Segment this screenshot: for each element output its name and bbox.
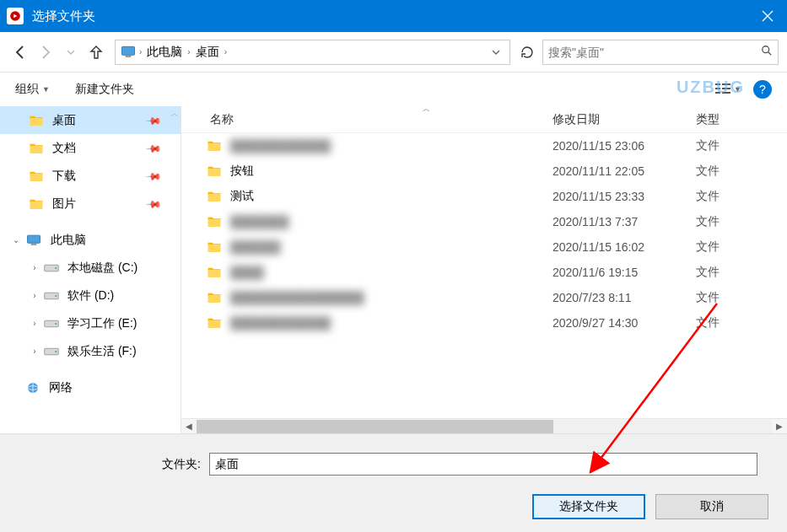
sidebar-item-label: 文档: [47, 141, 76, 156]
file-row[interactable]: ███████2020/11/13 7:37文件: [181, 209, 787, 234]
sidebar-thispc[interactable]: ⌄ 此电脑: [0, 226, 181, 254]
sidebar-item-label: 学习工作 (E:): [62, 316, 137, 331]
svg-point-16: [55, 266, 57, 268]
sidebar: ︿ 桌面📌文档📌下载📌图片📌 ⌄ 此电脑 ›本地磁盘 (C:)›软件 (D:)›…: [0, 106, 181, 433]
sidebar-item-label: 娱乐生活 (F:): [62, 344, 137, 359]
pin-icon: 📌: [145, 139, 163, 157]
svg-line-6: [768, 51, 772, 55]
footer: 文件夹: 选择文件夹 取消: [0, 433, 787, 532]
chevron-right-icon: ›: [223, 47, 229, 56]
pc-icon: [119, 43, 137, 62]
sidebar-drive-item[interactable]: ›学习工作 (E:): [0, 309, 181, 337]
sidebar-network[interactable]: 网络: [0, 373, 181, 401]
file-type: 文件: [696, 239, 787, 255]
select-folder-button[interactable]: 选择文件夹: [532, 494, 645, 519]
column-headers: 名称 修改日期 类型: [181, 106, 787, 133]
file-row[interactable]: ████2020/11/6 19:15文件: [181, 260, 787, 285]
breadcrumb-thispc[interactable]: 此电脑: [143, 45, 186, 60]
file-name: 测试: [230, 189, 254, 204]
scrollbar-track[interactable]: [197, 420, 772, 433]
file-type: 文件: [696, 214, 787, 229]
new-folder-button[interactable]: 新建文件夹: [75, 82, 134, 97]
file-date: 2020/11/11 22:05: [553, 164, 696, 178]
sidebar-drive-item[interactable]: ›软件 (D:): [0, 282, 181, 309]
chevron-right-icon[interactable]: ›: [29, 291, 40, 300]
scroll-right-icon[interactable]: ▶: [772, 422, 787, 431]
up-button[interactable]: [84, 40, 108, 64]
file-row[interactable]: 按钮2020/11/11 22:05文件: [181, 159, 787, 184]
file-name: ████: [230, 266, 264, 279]
sidebar-item-label: 下载: [47, 169, 76, 184]
chevron-right-icon[interactable]: ›: [29, 263, 40, 272]
file-type: 文件: [696, 315, 787, 330]
chevron-down-icon[interactable]: ⌄: [10, 235, 22, 245]
help-button[interactable]: ?: [753, 80, 772, 99]
file-type: 文件: [696, 164, 787, 179]
svg-point-5: [763, 46, 769, 52]
column-date[interactable]: 修改日期: [553, 112, 696, 127]
search-input[interactable]: [548, 46, 761, 59]
scroll-up-icon[interactable]: ︿: [170, 108, 179, 120]
file-date: 2020/11/15 23:06: [553, 139, 696, 153]
refresh-button[interactable]: [517, 40, 537, 64]
column-name[interactable]: 名称: [181, 112, 553, 127]
app-icon: [7, 8, 24, 24]
titlebar: 选择文件夹: [0, 0, 787, 32]
scrollbar-thumb[interactable]: [197, 420, 553, 433]
file-date: 2020/9/27 14:30: [553, 316, 696, 330]
horizontal-scrollbar[interactable]: ◀ ▶: [181, 418, 787, 433]
back-button[interactable]: [8, 40, 32, 64]
pc-icon: [25, 232, 42, 249]
scroll-left-icon[interactable]: ◀: [181, 422, 197, 431]
sidebar-item-label: 此电脑: [46, 233, 86, 248]
file-row[interactable]: ████████████2020/11/15 23:06文件: [181, 133, 787, 159]
file-type: 文件: [696, 189, 787, 204]
network-icon: [25, 380, 40, 395]
sidebar-quick-item[interactable]: 下载📌: [0, 162, 181, 190]
file-type: 文件: [696, 290, 787, 305]
file-date: 2020/11/13 7:37: [553, 215, 696, 228]
svg-rect-3: [122, 46, 135, 55]
chevron-right-icon[interactable]: ›: [29, 347, 40, 356]
file-row[interactable]: ████████████2020/9/27 14:30文件: [181, 310, 787, 336]
sidebar-drive-item[interactable]: ›娱乐生活 (F:): [0, 337, 181, 365]
sidebar-quick-item[interactable]: 图片📌: [0, 190, 181, 218]
file-name: ████████████████: [230, 291, 364, 304]
sidebar-drive-item[interactable]: ›本地磁盘 (C:): [0, 254, 181, 282]
button-row: 选择文件夹 取消: [15, 494, 772, 519]
address-bar[interactable]: › 此电脑 › 桌面 ›: [115, 40, 510, 65]
folder-input-row: 文件夹:: [15, 453, 772, 476]
folder-name-input[interactable]: [209, 453, 757, 476]
folder-label: 文件夹:: [133, 457, 209, 472]
sidebar-item-label: 图片: [47, 196, 76, 212]
svg-point-20: [55, 322, 57, 324]
cancel-button[interactable]: 取消: [655, 494, 768, 519]
close-button[interactable]: [748, 0, 787, 32]
file-row[interactable]: ████████████████2020/7/23 8:11文件: [181, 285, 787, 310]
chevron-down-icon: ▼: [42, 85, 50, 94]
pin-icon: 📌: [145, 111, 163, 129]
search-icon[interactable]: [761, 45, 773, 60]
breadcrumb-desktop[interactable]: 桌面: [192, 45, 223, 60]
file-date: 2020/11/15 23:33: [553, 190, 696, 203]
svg-rect-14: [31, 244, 37, 245]
file-row[interactable]: ██████2020/11/15 16:02文件: [181, 234, 787, 260]
chevron-right-icon[interactable]: ›: [29, 319, 40, 328]
chevron-right-icon: ›: [186, 47, 191, 56]
forward-button[interactable]: [34, 40, 57, 64]
recent-dropdown[interactable]: [59, 40, 83, 64]
file-pane: ︿ 名称 修改日期 类型 ████████████2020/11/15 23:0…: [181, 106, 787, 433]
sidebar-item-label: 软件 (D:): [62, 288, 114, 304]
svg-rect-4: [126, 56, 132, 57]
column-type[interactable]: 类型: [696, 112, 787, 127]
file-row[interactable]: 测试2020/11/15 23:33文件: [181, 184, 787, 209]
organize-menu[interactable]: 组织 ▼: [15, 82, 50, 97]
navbar: › 此电脑 › 桌面 ›: [0, 32, 787, 73]
sidebar-quick-item[interactable]: 桌面📌: [0, 106, 181, 134]
address-dropdown[interactable]: [486, 40, 506, 64]
watermark: UZBUG: [676, 78, 745, 97]
svg-point-18: [55, 294, 57, 296]
sidebar-quick-item[interactable]: 文档📌: [0, 134, 181, 162]
organize-label: 组织: [15, 82, 39, 97]
search-box[interactable]: [542, 40, 779, 65]
